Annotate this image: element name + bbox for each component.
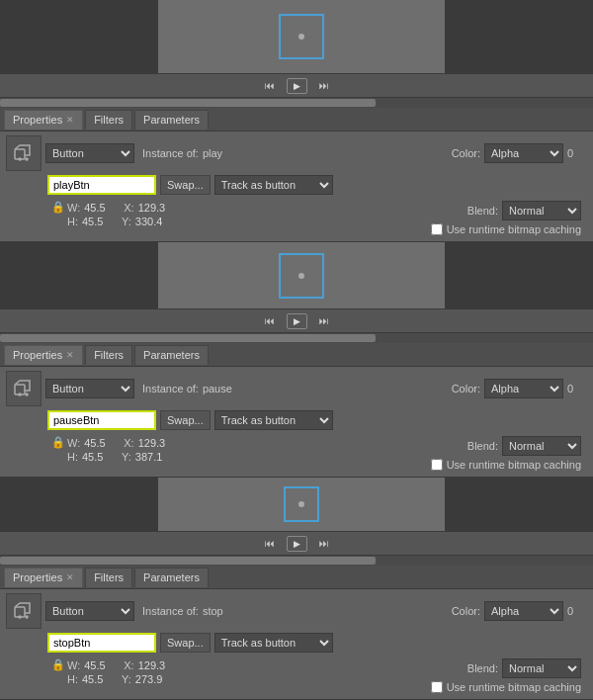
tab-parameters-1[interactable]: Parameters: [134, 110, 209, 130]
color-select-1[interactable]: Alpha Brightness Tint None: [484, 143, 563, 163]
rewind-btn-1[interactable]: ⏮: [261, 78, 279, 93]
svg-point-1: [19, 158, 21, 160]
tab-bar-3: Properties ✕ Filters Parameters: [0, 566, 593, 589]
rewind-btn-3[interactable]: ⏮: [261, 536, 279, 551]
forward-btn-3[interactable]: ⏭: [315, 536, 333, 551]
canvas-box-3: [284, 486, 319, 522]
h-scrollbar-thumb-2[interactable]: [0, 334, 376, 342]
props-row1-3: Button MovieClip Sprite Instance of: sto…: [6, 593, 587, 629]
name-input-1[interactable]: [47, 175, 156, 195]
instance-name-2: pause: [203, 383, 232, 394]
x-value-3: 129.3: [138, 659, 174, 671]
canvas-right-dark-3: [445, 478, 593, 531]
canvas-dot-2: [298, 273, 304, 279]
color-section-1: Color: Alpha Brightness Tint None 0: [452, 143, 587, 163]
instance-label-3: Instance of:: [142, 605, 199, 617]
blend-select-2[interactable]: Normal Layer Multiply Screen: [502, 436, 581, 456]
tab-filters-label-1: Filters: [94, 114, 124, 126]
h-scrollbar-thumb-3[interactable]: [0, 557, 376, 565]
canvas-dot-3: [298, 501, 304, 507]
tab-filters-2[interactable]: Filters: [85, 345, 132, 365]
blend-select-1[interactable]: Normal Layer Multiply Screen: [502, 201, 581, 220]
props-area-3: Button MovieClip Sprite Instance of: sto…: [0, 589, 593, 699]
swap-btn-1[interactable]: Swap...: [160, 175, 211, 195]
thumb-svg-1: [12, 141, 36, 165]
tab-close-1[interactable]: ✕: [66, 115, 74, 125]
blend-cache-1: Blend: Normal Layer Multiply Screen Use …: [431, 201, 581, 235]
tab-properties-label-3: Properties: [13, 571, 62, 583]
track-select-2[interactable]: Track as button Track _ button Normal: [214, 410, 333, 430]
track-select-3[interactable]: Track as button Track _ button Normal: [214, 633, 333, 653]
canvas-right-dark-2: [445, 242, 593, 308]
props-row2-2: Swap... Track as button Track _ button N…: [6, 410, 587, 430]
color-select-3[interactable]: Alpha Brightness Tint None: [484, 601, 563, 621]
w-value-1: 45.5: [84, 202, 120, 214]
h-value-2: 45.5: [82, 451, 118, 463]
tab-filters-label-2: Filters: [94, 349, 124, 361]
canvas-area-2: [0, 242, 593, 309]
color-value-1: 0: [567, 147, 587, 159]
thumb-icon-3: [6, 593, 42, 629]
blend-select-3[interactable]: Normal Layer Multiply Screen: [502, 658, 581, 678]
props-area-2: Button MovieClip Sprite Instance of: pau…: [0, 367, 593, 477]
svg-point-4: [19, 394, 21, 395]
lock-icon-2: 🔒: [51, 436, 63, 449]
instance-label-2: Instance of:: [142, 383, 199, 394]
canvas-box-2: [279, 253, 324, 299]
runtime-label-3: Use runtime bitmap caching: [447, 681, 581, 693]
swap-btn-3[interactable]: Swap...: [160, 633, 211, 653]
tab-parameters-2[interactable]: Parameters: [134, 345, 209, 365]
tab-close-2[interactable]: ✕: [66, 350, 74, 360]
y-value-3: 273.9: [135, 673, 171, 685]
w-label-2: W:: [67, 437, 80, 449]
tab-properties-2[interactable]: Properties ✕: [4, 345, 83, 365]
lock-icon-1: 🔒: [51, 201, 63, 214]
h-label-2: H:: [67, 451, 78, 463]
h-scrollbar-thumb-1[interactable]: [0, 99, 376, 107]
type-select-3[interactable]: Button MovieClip Sprite: [45, 601, 134, 621]
tab-properties-1[interactable]: Properties ✕: [4, 110, 83, 130]
tab-bar-1: Properties ✕ Filters Parameters: [0, 108, 593, 131]
color-value-2: 0: [567, 383, 587, 394]
tab-properties-3[interactable]: Properties ✕: [4, 568, 83, 587]
canvas-mid-2: [158, 242, 445, 308]
color-label-3: Color:: [452, 605, 480, 617]
blend-label-1: Blend:: [467, 205, 498, 217]
runtime-checkbox-1[interactable]: [431, 223, 443, 235]
tab-filters-1[interactable]: Filters: [85, 110, 132, 130]
forward-btn-2[interactable]: ⏭: [315, 313, 333, 328]
svg-point-7: [19, 616, 21, 618]
tab-close-3[interactable]: ✕: [66, 572, 74, 582]
type-select-1[interactable]: Button MovieClip Sprite: [45, 143, 134, 163]
play-btn-2[interactable]: ▶: [287, 313, 307, 329]
panel-section-2: ⏮ ▶ ⏭ Properties ✕ Filters Parameters: [0, 242, 593, 478]
lock-icon-3: 🔒: [51, 658, 63, 671]
play-btn-1[interactable]: ▶: [287, 78, 307, 94]
color-select-2[interactable]: Alpha Brightness Tint None: [484, 379, 563, 398]
canvas-area-1: [0, 0, 593, 74]
name-input-3[interactable]: [47, 633, 156, 653]
tab-filters-3[interactable]: Filters: [85, 568, 132, 587]
name-input-2[interactable]: [47, 410, 156, 430]
runtime-checkbox-3[interactable]: [431, 681, 443, 693]
type-select-2[interactable]: Button MovieClip Sprite: [45, 379, 134, 398]
tab-parameters-label-1: Parameters: [143, 114, 200, 126]
tab-properties-label-2: Properties: [13, 349, 62, 361]
canvas-mid-1: [158, 0, 445, 73]
swap-btn-2[interactable]: Swap...: [160, 410, 211, 430]
track-select-1[interactable]: Track as button Track _ button Normal: [214, 175, 333, 195]
runtime-checkbox-2[interactable]: [431, 459, 443, 471]
forward-btn-1[interactable]: ⏭: [315, 78, 333, 93]
h-scrollbar-1: [0, 98, 593, 108]
play-btn-3[interactable]: ▶: [287, 536, 307, 552]
canvas-left-dark-2: [0, 242, 158, 308]
tab-parameters-3[interactable]: Parameters: [134, 568, 209, 587]
panel-section-1: ⏮ ▶ ⏭ Properties ✕ Filters Parameters: [0, 0, 593, 242]
dims-left-2: 🔒 W: 45.5 X: 129.3 H: 45.5 Y: 387.1: [12, 436, 174, 463]
dims-blend-row-2: 🔒 W: 45.5 X: 129.3 H: 45.5 Y: 387.1 Blen…: [6, 434, 587, 473]
x-value-1: 129.3: [138, 202, 174, 214]
dims-left-3: 🔒 W: 45.5 X: 129.3 H: 45.5 Y: 273.9: [12, 658, 174, 685]
rewind-btn-2[interactable]: ⏮: [261, 313, 279, 328]
transport-bar-3: ⏮ ▶ ⏭: [0, 532, 593, 556]
transport-bar-2: ⏮ ▶ ⏭: [0, 309, 593, 333]
